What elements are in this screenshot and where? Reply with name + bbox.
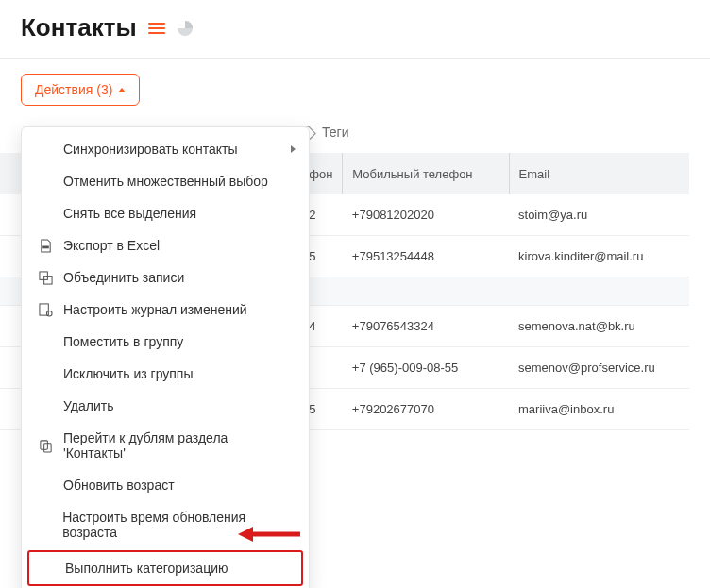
menu-item-label: Обновить возраст (63, 478, 175, 493)
changelog-gear-icon (37, 303, 54, 317)
menu-item-label: Перейти к дублям раздела 'Контакты' (63, 430, 294, 461)
menu-add-to-group[interactable]: Поместить в группу (22, 326, 309, 358)
cell-mobile: +79081202020 (343, 194, 509, 236)
cell-email[interactable]: stoim@ya.ru (509, 194, 689, 236)
cell-mobile: +79076543324 (343, 306, 509, 347)
menu-delete[interactable]: Удалить (22, 390, 309, 422)
menu-merge-records[interactable]: Объединить записи (22, 261, 309, 294)
menu-item-label: Исключить из группы (63, 366, 194, 381)
list-icon[interactable] (148, 22, 165, 35)
caret-up-icon (118, 88, 126, 92)
svg-rect-4 (42, 245, 49, 248)
svg-point-8 (46, 311, 52, 316)
toolbar: Действия (3) (0, 74, 710, 119)
menu-update-age[interactable]: Обновить возраст (22, 469, 309, 501)
menu-item-label: Синхронизировать контакты (63, 142, 238, 157)
page-title: Контакты (21, 13, 137, 42)
excel-file-icon (37, 239, 54, 253)
menu-configure-changelog[interactable]: Настроить журнал изменений (22, 294, 309, 326)
menu-cancel-multiselect[interactable]: Отменить множественный выбор (22, 165, 309, 197)
annotation-arrow-icon (236, 520, 302, 552)
cell-email[interactable]: kirova.kinditer@mail.ru (509, 236, 689, 277)
copy-icon (37, 439, 54, 453)
cell-mobile: +7 (965)-009-08-55 (343, 347, 509, 389)
actions-button-label: Действия (3) (35, 82, 112, 97)
menu-item-label: Экспорт в Excel (63, 238, 160, 253)
menu-item-label: Настроить журнал изменений (63, 302, 247, 317)
menu-item-label: Объединить записи (63, 270, 184, 285)
tab-tags-label: Теги (322, 125, 348, 140)
cell-mobile: +79513254448 (343, 236, 509, 277)
actions-menu: Синхронизировать контакты Отменить множе… (21, 126, 310, 588)
page-header: Контакты (0, 0, 710, 52)
menu-item-label: Выполнить категоризацию (65, 561, 228, 576)
col-mobile[interactable]: Мобильный телефон (343, 153, 509, 194)
menu-go-to-duplicates[interactable]: Перейти к дублям раздела 'Контакты' (22, 422, 309, 469)
col-email[interactable]: Email (509, 153, 689, 194)
menu-export-excel[interactable]: Экспорт в Excel (22, 229, 309, 261)
pie-chart-icon[interactable] (177, 20, 194, 37)
menu-run-categorization[interactable]: Выполнить категоризацию (27, 550, 303, 586)
menu-deselect-all[interactable]: Снять все выделения (22, 197, 309, 229)
menu-item-label: Удалить (63, 398, 113, 413)
merge-icon (37, 271, 54, 285)
menu-item-label: Отменить множественный выбор (63, 174, 268, 189)
menu-item-label: Снять все выделения (63, 206, 196, 221)
cell-email[interactable]: semenov@profservice.ru (509, 347, 689, 389)
menu-remove-from-group[interactable]: Исключить из группы (22, 358, 309, 390)
menu-item-label: Поместить в группу (63, 334, 183, 349)
actions-button[interactable]: Действия (3) (21, 74, 140, 106)
menu-sync-contacts[interactable]: Синхронизировать контакты (22, 133, 309, 165)
cell-email[interactable]: mariiva@inbox.ru (509, 389, 689, 430)
cell-email[interactable]: semenova.nat@bk.ru (509, 306, 689, 347)
svg-marker-12 (238, 527, 253, 542)
cell-mobile: +79202677070 (343, 389, 509, 430)
header-divider (0, 58, 710, 59)
chevron-right-icon (291, 145, 296, 153)
